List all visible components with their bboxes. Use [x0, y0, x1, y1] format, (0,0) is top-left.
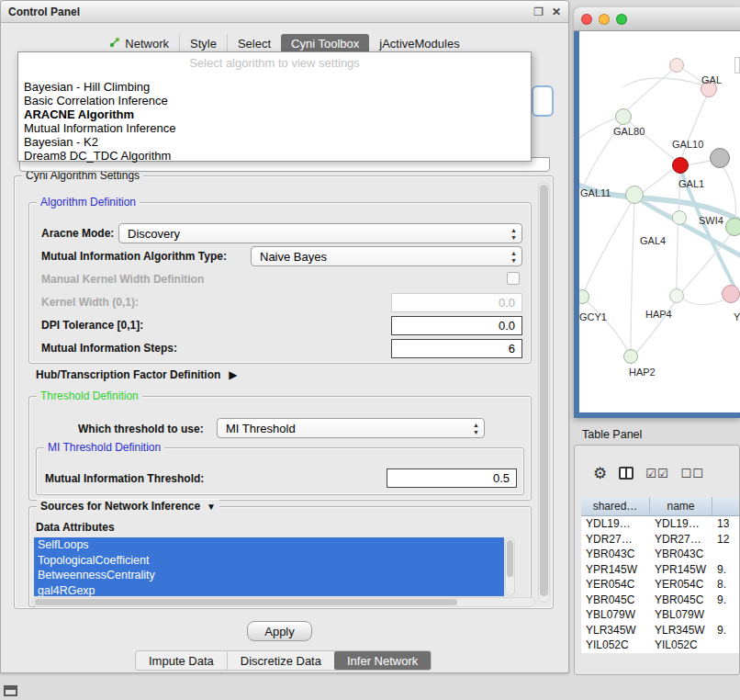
table-row[interactable]: YLR345WYLR345W9. — [581, 623, 740, 638]
which-threshold-value: MI Threshold — [226, 422, 296, 435]
expanded-arrow-icon: ▼ — [207, 502, 216, 512]
network-node[interactable] — [669, 58, 684, 73]
aracne-mode-value: Discovery — [128, 227, 180, 241]
cell: YLR345W — [650, 623, 712, 638]
column-header-shared-name[interactable]: shared… — [581, 497, 650, 515]
kernel-width-label: Kernel Width (0,1): — [41, 296, 139, 309]
algorithm-option[interactable]: Mutual Information Inference — [18, 121, 531, 135]
float-window-icon[interactable]: ❐ — [533, 6, 544, 18]
mi-type-select[interactable]: Naive Bayes ▲▼ — [251, 246, 522, 266]
network-node[interactable] — [669, 288, 684, 303]
column-header-name[interactable]: name — [650, 497, 712, 515]
attribute-item-selected[interactable]: TopologicalCoefficient — [34, 553, 504, 569]
tab-impute-data[interactable]: Impute Data — [136, 651, 227, 670]
algorithm-option[interactable]: Basic Correlation Inference — [18, 94, 531, 107]
algorithm-option-selected[interactable]: ARACNE Algorithm — [18, 107, 531, 121]
algorithm-option[interactable]: Bayesian - Hill Climbing — [18, 80, 531, 94]
algorithm-dropdown-popup: Select algorithm to view settings Bayesi… — [17, 51, 532, 162]
network-node-swi4[interactable] — [725, 218, 740, 236]
manual-kernel-label: Manual Kernel Width Definition — [41, 273, 204, 286]
network-node-gal11[interactable] — [625, 186, 644, 204]
dpi-tolerance-field[interactable]: 0.0 — [391, 316, 522, 335]
cell — [712, 607, 740, 623]
algorithm-placeholder: Select algorithm to view settings — [18, 52, 531, 70]
scrollbar-thumb[interactable] — [35, 599, 457, 605]
attribute-item-selected[interactable]: SelfLoops — [34, 537, 504, 553]
hub-definition-label: Hub/Transcription Factor Definition — [36, 368, 220, 381]
hub-definition-toggle[interactable]: Hub/Transcription Factor Definition ▶ — [36, 368, 238, 381]
cell: YBL079W — [650, 607, 712, 623]
network-node[interactable] — [710, 148, 730, 168]
scrollbar-thumb[interactable] — [540, 185, 548, 596]
cell: 9. — [712, 562, 740, 578]
network-node[interactable] — [615, 108, 632, 125]
network-node-gal10-selected[interactable] — [672, 157, 689, 174]
gear-icon[interactable]: ⚙ — [593, 466, 607, 481]
zoom-traffic-light[interactable] — [616, 14, 627, 25]
table-row[interactable]: YPR145WYPR145W9. — [581, 562, 740, 578]
table-row[interactable]: YDR27…YDR27…12 — [581, 532, 740, 548]
aracne-mode-label: Aracne Mode: — [41, 227, 114, 240]
apply-button[interactable]: Apply — [247, 621, 312, 641]
network-node[interactable] — [672, 210, 687, 225]
mi-threshold-field[interactable]: 0.5 — [387, 469, 517, 488]
deselect-all-checkboxes-icon[interactable]: ☐☐ — [681, 468, 704, 480]
table-header: shared… name — [581, 497, 740, 516]
cell: YBL079W — [581, 607, 650, 623]
close-traffic-light[interactable] — [581, 14, 592, 25]
column-header[interactable] — [712, 497, 740, 515]
table-row[interactable]: YBL079WYBL079W — [581, 607, 740, 623]
tab-label: Network — [125, 37, 169, 51]
tab-network[interactable]: Network — [99, 34, 179, 53]
close-window-icon[interactable]: ✕ — [552, 6, 561, 18]
mi-steps-field[interactable]: 6 — [391, 339, 522, 358]
cell: YLR345W — [581, 623, 650, 638]
tab-label: Select — [238, 37, 271, 51]
columns-icon[interactable] — [619, 467, 633, 480]
table-row[interactable]: YBR045CYBR045C9. — [581, 593, 740, 608]
network-node[interactable] — [722, 285, 740, 303]
show-panel-icon[interactable] — [4, 685, 17, 696]
cell: YDR27… — [650, 532, 712, 548]
select-all-checkboxes-icon[interactable]: ☑☑ — [645, 468, 668, 480]
mi-type-value: Naive Bayes — [260, 250, 327, 264]
network-node-hap2[interactable] — [623, 349, 638, 364]
tab-cyni-toolbox[interactable]: Cyni Toolbox — [281, 34, 369, 53]
table-row[interactable]: YBR043CYBR043C — [581, 547, 740, 562]
kernel-width-field[interactable]: 0.0 — [391, 293, 522, 312]
tab-style[interactable]: Style — [179, 34, 227, 53]
which-threshold-select[interactable]: MI Threshold ▲▼ — [217, 418, 485, 438]
data-attributes-list: SelfLoops TopologicalCoefficient Between… — [34, 537, 504, 596]
mi-type-label: Mutual Information Algorithm Type: — [41, 250, 227, 263]
node-table: shared… name YDL19…YDL19…13 YDR27…YDR27…… — [581, 497, 740, 653]
tab-select[interactable]: Select — [227, 34, 281, 53]
algorithm-option[interactable]: Bayesian - K2 — [18, 135, 531, 149]
network-icon — [109, 37, 120, 51]
tab-jactivemodules[interactable]: jActiveModules — [369, 34, 469, 53]
scrollbar-thumb[interactable] — [507, 540, 513, 577]
node-label: GAL80 — [613, 126, 645, 137]
algorithm-option[interactable]: Dream8 DC_TDC Algorithm — [18, 149, 531, 163]
node-label: GCY1 — [579, 311, 607, 322]
tab-infer-network[interactable]: Infer Network — [334, 651, 431, 670]
cell: YER054C — [581, 577, 650, 593]
table-row[interactable]: YDL19…YDL19…13 — [581, 516, 740, 532]
data-attributes-label: Data Attributes — [36, 521, 115, 534]
minimize-traffic-light[interactable] — [599, 14, 610, 25]
cell: YDR27… — [581, 532, 650, 548]
tab-discretize-data[interactable]: Discretize Data — [227, 651, 334, 670]
network-canvas[interactable]: GAL GAL80 GAL10 GAL1 GAL11 SWI4 GAL4 GCY… — [579, 31, 740, 412]
sources-group-title[interactable]: Sources for Network Inference ▼ — [37, 500, 219, 513]
cell: YIL052C — [650, 638, 712, 653]
attribute-item-selected[interactable]: gal4RGexp — [34, 583, 504, 597]
manual-kernel-checkbox[interactable] — [507, 272, 520, 285]
table-row[interactable]: YIL052CYIL052C — [581, 638, 740, 653]
aracne-mode-select[interactable]: Discovery ▲▼ — [118, 223, 522, 243]
settings-horizontal-scrollbar — [32, 597, 535, 607]
table-row[interactable]: YER054CYER054C8. — [581, 577, 740, 593]
table-toolbar: ⚙ ☑☑ ☐☐ — [575, 458, 704, 488]
control-panel-titlebar: Control Panel ❐ ✕ — [1, 1, 568, 23]
node-label: GAL1 — [678, 178, 704, 189]
attribute-item-selected[interactable]: BetweennessCentrality — [34, 568, 504, 583]
cell: 12 — [712, 532, 740, 548]
